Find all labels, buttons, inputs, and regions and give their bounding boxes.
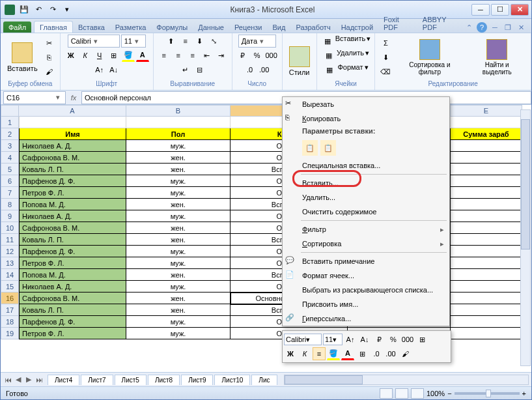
underline-icon[interactable]: Ч [93, 49, 106, 62]
row-header[interactable]: 10 [1, 222, 19, 234]
tab-formulas[interactable]: Формулы [151, 21, 193, 33]
tab-view[interactable]: Вид [268, 21, 291, 33]
format-cells-button[interactable]: ▦Формат▾ [323, 63, 368, 76]
cell[interactable]: жен. [126, 304, 231, 316]
cell[interactable] [451, 222, 522, 234]
cell[interactable] [451, 152, 522, 164]
mini-fill-icon[interactable]: 🪣 [327, 347, 340, 360]
zoom-slider[interactable] [455, 392, 520, 395]
cell[interactable]: Попова М. Д. [19, 269, 126, 281]
percent-icon[interactable]: % [251, 49, 264, 62]
tab-review[interactable]: Рецензи [229, 21, 268, 33]
tab-layout[interactable]: Разметка [110, 21, 152, 33]
shrink-font-icon[interactable]: A↓ [107, 63, 120, 76]
align-bot-icon[interactable]: ⬇ [193, 35, 206, 48]
sheet-nav-first-icon[interactable]: ⏮ [3, 375, 12, 384]
cell[interactable] [451, 246, 522, 257]
help-icon[interactable]: ? [477, 22, 487, 33]
sort-filter-button[interactable]: Сортировка и фильтр [395, 38, 464, 77]
ctx-comment[interactable]: 💬Вставить примечание [283, 254, 449, 268]
cell[interactable]: Парфенов Д. Ф. [19, 316, 126, 328]
cell[interactable]: муж. [126, 246, 231, 257]
select-all-corner[interactable] [1, 105, 19, 117]
zoom-in-icon[interactable]: + [522, 390, 526, 397]
excel-icon[interactable] [3, 3, 16, 16]
mini-font-color-icon[interactable]: A [341, 347, 354, 360]
sheet-tab[interactable]: Лист8 [148, 375, 180, 385]
row-header[interactable]: 9 [1, 210, 19, 222]
ctx-name[interactable]: Присвоить имя... [283, 297, 449, 311]
font-color-icon[interactable]: A [136, 49, 149, 62]
row-header[interactable]: 12 [1, 246, 19, 257]
align-center-icon[interactable]: ≡ [172, 49, 185, 62]
align-left-icon[interactable]: ≡ [158, 49, 171, 62]
currency-icon[interactable]: ₽ [236, 49, 249, 62]
row-header[interactable]: 6 [1, 175, 19, 187]
cell[interactable]: муж. [126, 257, 231, 269]
cell[interactable]: Петров Ф. Л. [19, 328, 126, 339]
ctx-copy[interactable]: ⎘Копировать [283, 111, 449, 126]
cell[interactable] [451, 316, 522, 328]
tab-addin[interactable]: Надстрой [336, 21, 378, 33]
fill-icon[interactable]: ⬇ [379, 51, 392, 64]
tab-abbyy[interactable]: ABBYY PDF [417, 14, 464, 33]
mini-border-icon[interactable]: ⊞ [415, 333, 428, 346]
row-header[interactable]: 17 [1, 304, 19, 316]
comma-icon[interactable]: 000 [265, 49, 278, 62]
italic-icon[interactable]: К [79, 49, 92, 62]
cell[interactable]: жен. [126, 269, 231, 281]
ctx-cut[interactable]: ✂Вырезать [283, 97, 449, 111]
cell[interactable]: Сафронова В. М. [19, 152, 126, 164]
insert-cells-button[interactable]: ▦Вставить▾ [321, 35, 371, 48]
ctx-format[interactable]: 📄Формат ячеек... [283, 268, 449, 283]
save-icon[interactable]: 💾 [18, 3, 31, 16]
indent-inc-icon[interactable]: ⇥ [215, 49, 228, 62]
maximize-button[interactable]: ☐ [491, 4, 509, 16]
cell[interactable]: жен. [126, 152, 231, 164]
autosum-icon[interactable]: Σ [379, 36, 392, 50]
row-header[interactable]: 7 [1, 187, 19, 199]
cell[interactable]: жен. [126, 222, 231, 234]
merge-icon[interactable]: ⊟ [193, 63, 206, 76]
vertical-scrollbar[interactable] [520, 109, 531, 366]
cell[interactable]: жен. [126, 199, 231, 210]
delete-cells-button[interactable]: ▦Удалить▾ [322, 49, 369, 62]
row-header[interactable]: 16 [1, 293, 19, 304]
name-box[interactable]: C16▾ [3, 91, 66, 104]
mini-inc-dec-icon[interactable]: .0 [370, 347, 383, 360]
cell[interactable] [451, 328, 522, 339]
cell[interactable] [451, 199, 522, 210]
view-break-icon[interactable] [411, 388, 424, 399]
spreadsheet-grid[interactable]: A B C D E 12ИмяПолКатегоСумма зараб3Нико… [1, 105, 531, 372]
row-header[interactable]: 3 [1, 140, 19, 152]
styles-button[interactable]: Стили [287, 45, 313, 78]
row-header[interactable]: 11 [1, 234, 19, 246]
cell[interactable] [451, 281, 522, 293]
cell[interactable]: Сафронова В. М. [19, 222, 126, 234]
tab-home[interactable]: Главная [34, 21, 73, 33]
sheet-tab[interactable]: Лист5 [115, 375, 147, 385]
row-header[interactable]: 13 [1, 257, 19, 269]
mini-italic-icon[interactable]: К [298, 347, 311, 360]
row-header[interactable]: 8 [1, 199, 19, 210]
close-button[interactable]: ✕ [511, 4, 529, 16]
view-layout-icon[interactable] [395, 388, 408, 399]
mini-painter-icon[interactable]: 🖌 [399, 347, 412, 360]
cell[interactable] [451, 304, 522, 316]
zoom-out-icon[interactable]: − [447, 390, 451, 397]
ribbon-min-icon[interactable]: ⌃ [464, 22, 474, 33]
row-header[interactable]: 19 [1, 328, 19, 339]
ctx-clear[interactable]: Очистить содержимое [283, 205, 449, 219]
col-header-e[interactable]: E [451, 105, 522, 117]
mdi-min-icon[interactable]: ─ [490, 22, 500, 33]
cell[interactable] [451, 140, 522, 152]
mini-size-combo[interactable]: 11▾ [323, 334, 343, 345]
tab-foxit[interactable]: Foxit PDF [378, 14, 417, 33]
align-right-icon[interactable]: ≡ [186, 49, 199, 62]
cell[interactable] [451, 257, 522, 269]
cell[interactable]: муж. [126, 140, 231, 152]
undo-icon[interactable]: ↶ [32, 3, 45, 16]
sheet-tab[interactable]: Лист10 [214, 375, 250, 385]
fill-color-icon[interactable]: 🪣 [122, 49, 135, 62]
cell[interactable] [451, 187, 522, 199]
